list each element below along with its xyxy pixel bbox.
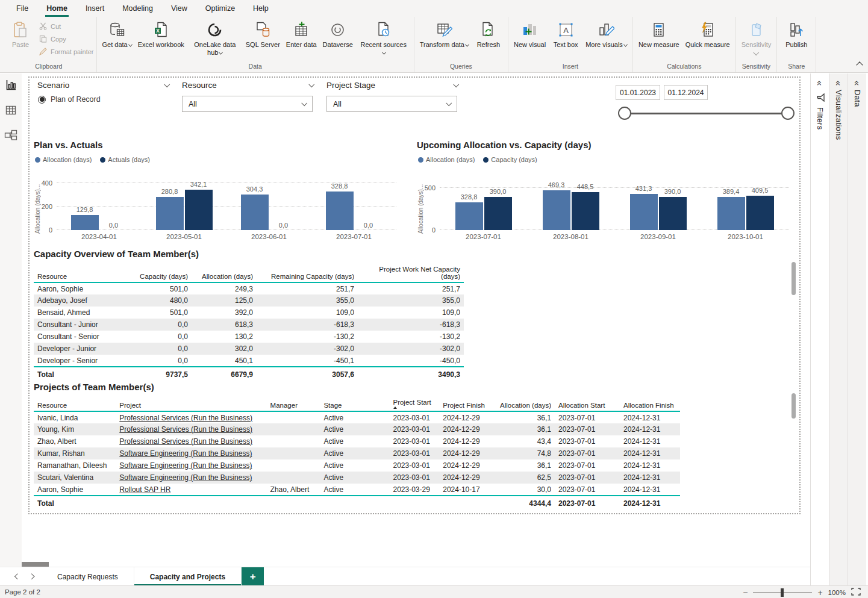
fit-to-page-icon[interactable] <box>851 588 861 597</box>
zoom-in-button[interactable]: + <box>817 588 822 597</box>
visualizations-rail-label[interactable]: Visualizations <box>834 90 843 140</box>
date-end-input[interactable]: 01.12.2024 <box>664 85 708 100</box>
menu-item-file[interactable]: File <box>7 0 37 17</box>
format-painter-icon <box>39 47 48 56</box>
cell-capacity-days: 501,0 <box>124 307 192 319</box>
resource-slicer-header[interactable]: Resource <box>182 81 313 90</box>
sql-server-button[interactable]: SQL Server <box>243 20 283 49</box>
get-data-button[interactable]: Get data <box>99 20 135 49</box>
data-rail-label[interactable]: Data <box>853 90 862 107</box>
bar-allocation-days-2023-07-01[interactable] <box>326 192 354 230</box>
new-visual-button[interactable]: New visual <box>511 20 549 49</box>
visualizations-rail[interactable]: « Visualizations <box>829 73 848 585</box>
project-link[interactable]: Professional Services (Run the Business) <box>119 437 252 446</box>
quick-measure-button[interactable]: Quick measure <box>682 20 733 49</box>
column-header-allocation-finish[interactable]: Allocation Finish <box>620 397 680 411</box>
project-stage-slicer-header[interactable]: Project Stage <box>326 81 458 90</box>
recent-sources-button[interactable]: Recent sources <box>356 20 411 56</box>
table-view-button[interactable] <box>0 99 22 124</box>
scenario-option-plan-of-record[interactable]: Plan of Record <box>38 95 101 104</box>
horizontal-scrollbar-thumb[interactable] <box>22 562 49 567</box>
date-slider-handle-end[interactable] <box>781 107 795 120</box>
menu-item-help[interactable]: Help <box>244 0 278 17</box>
expand-filters-icon[interactable]: « <box>815 81 825 86</box>
bar-capacity-days-2023-07-01[interactable] <box>484 197 512 230</box>
project-link[interactable]: Professional Services (Run the Business) <box>119 425 252 434</box>
transform-data-button[interactable]: Transform data <box>417 20 472 49</box>
expand-visualizations-icon[interactable]: « <box>834 81 844 86</box>
column-header-capacity-days[interactable]: Capacity (days) <box>124 264 192 282</box>
projects-table[interactable]: ResourceProjectManagerStageProject Start… <box>34 397 680 511</box>
tab-capacity-requests[interactable]: Capacity Requests <box>42 567 134 586</box>
column-header-project-work-net-capacity-days[interactable]: Project Work Net Capacity (days) <box>358 264 464 282</box>
capacity-table-scrollbar[interactable] <box>792 262 796 295</box>
plan-vs-actuals-chart[interactable]: Plan vs. Actuals Allocation (days)Actual… <box>34 140 405 246</box>
menu-item-modeling[interactable]: Modeling <box>113 0 162 17</box>
bar-allocation-days-2023-07-01[interactable] <box>455 202 483 230</box>
project-link[interactable]: Software Engineering (Run the Business) <box>119 461 252 470</box>
projects-table-scrollbar[interactable] <box>792 393 796 419</box>
date-start-input[interactable]: 01.01.2023 <box>616 85 660 100</box>
column-header-manager[interactable]: Manager <box>267 397 320 411</box>
menu-item-insert[interactable]: Insert <box>76 0 113 17</box>
project-stage-dropdown[interactable]: All <box>326 96 457 112</box>
refresh-button[interactable]: Refresh <box>472 20 505 49</box>
column-header-resource[interactable]: Resource <box>34 264 124 282</box>
bar-allocation-days-2023-08-01[interactable] <box>543 190 570 230</box>
project-link[interactable]: Software Engineering (Run the Business) <box>119 473 252 482</box>
column-header-project-start[interactable]: Project Start <box>389 397 439 411</box>
bar-allocation-days-2023-10-01[interactable] <box>717 197 745 230</box>
data-rail[interactable]: « Data <box>848 73 866 585</box>
expand-data-icon[interactable]: « <box>852 81 863 86</box>
bar-allocation-days-2023-05-01[interactable] <box>156 197 184 230</box>
zoom-slider-thumb[interactable] <box>781 588 784 597</box>
bar-capacity-days-2023-09-01[interactable] <box>659 197 687 230</box>
publish-button[interactable]: Publish <box>779 20 813 49</box>
column-header-allocation-days[interactable]: Allocation (days) <box>192 264 257 282</box>
enter-data-button[interactable]: Enter data <box>283 20 320 49</box>
bar-actuals-days-2023-05-01[interactable] <box>185 190 213 230</box>
filters-rail-label[interactable]: Filters <box>816 107 825 130</box>
column-header-stage[interactable]: Stage <box>320 397 389 411</box>
dataverse-button[interactable]: Dataverse <box>320 20 356 49</box>
excel-workbook-button[interactable]: X Excel workbook <box>135 20 187 49</box>
project-link[interactable]: Rollout SAP HR <box>119 485 170 494</box>
capacity-table[interactable]: ResourceCapacity (days)Allocation (days)… <box>34 264 464 382</box>
onelake-data-hub-button[interactable]: OneLake data hub <box>187 20 243 56</box>
bar-capacity-days-2023-10-01[interactable] <box>746 196 774 230</box>
bar-allocation-days-2023-04-01[interactable] <box>71 215 99 230</box>
column-header-resource[interactable]: Resource <box>34 397 116 411</box>
menu-item-optimize[interactable]: Optimize <box>196 0 244 17</box>
date-slider-handle-start[interactable] <box>618 107 631 120</box>
model-view-button[interactable] <box>0 124 22 149</box>
resource-dropdown[interactable]: All <box>182 96 313 112</box>
next-page-icon[interactable] <box>28 574 34 579</box>
bar-allocation-days-2023-09-01[interactable] <box>630 194 658 230</box>
column-header-allocation-start[interactable]: Allocation Start <box>555 397 620 411</box>
filters-rail[interactable]: « Filters <box>810 73 829 585</box>
allocation-vs-capacity-chart[interactable]: Upcoming Allocation vs. Capacity (days) … <box>417 140 798 246</box>
prev-page-icon[interactable] <box>15 574 20 579</box>
bar-allocation-days-2023-06-01[interactable] <box>241 195 269 230</box>
zoom-out-button[interactable]: − <box>743 588 748 597</box>
more-visuals-button[interactable]: More visuals <box>582 20 630 49</box>
menu-item-view[interactable]: View <box>162 0 196 17</box>
cell-allocation-finish: 2024-12-31 <box>620 411 680 423</box>
column-header-project-finish[interactable]: Project Finish <box>439 397 495 411</box>
project-link[interactable]: Software Engineering (Run the Business) <box>119 449 252 458</box>
text-box-button[interactable]: A Text box <box>549 20 582 49</box>
report-view-button[interactable] <box>0 73 22 99</box>
date-slider-track[interactable] <box>624 113 788 114</box>
project-link[interactable]: Professional Services (Run the Business) <box>119 414 252 422</box>
bar-capacity-days-2023-08-01[interactable] <box>572 192 599 230</box>
column-header-project[interactable]: Project <box>116 397 266 411</box>
column-header-allocation-days[interactable]: Allocation (days) <box>495 397 555 411</box>
cell-remaining-capacity-days: -130,2 <box>257 331 358 343</box>
add-page-button[interactable]: + <box>242 567 264 586</box>
new-measure-button[interactable]: New measure <box>635 20 682 49</box>
scenario-slicer-header[interactable]: Scenario <box>37 81 169 90</box>
menu-item-home[interactable]: Home <box>37 0 76 17</box>
tab-capacity-and-projects[interactable]: Capacity and Projects <box>134 567 242 586</box>
zoom-slider[interactable] <box>753 592 812 593</box>
column-header-remaining-capacity-days[interactable]: Remaining Capacity (days) <box>257 264 358 282</box>
